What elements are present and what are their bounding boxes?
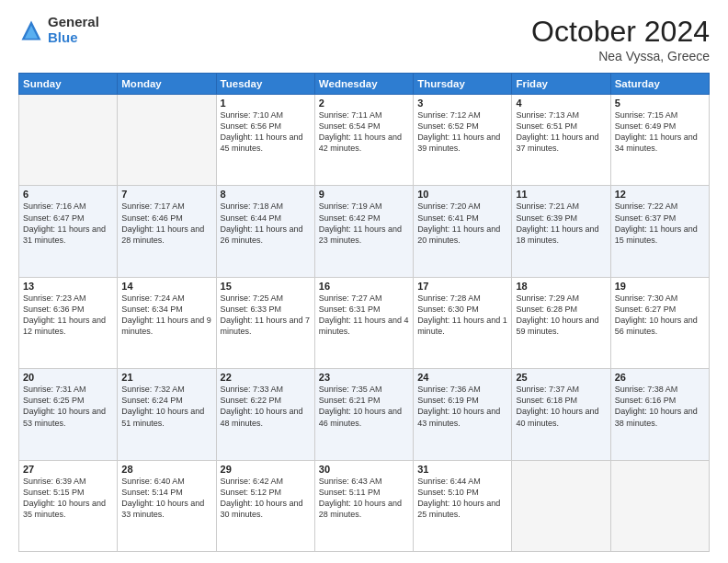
cell-info: Sunrise: 7:33 AM Sunset: 6:22 PM Dayligh… (221, 384, 311, 429)
cell-info: Sunrise: 7:21 AM Sunset: 6:39 PM Dayligh… (516, 201, 606, 246)
day-number: 3 (417, 98, 507, 109)
calendar-cell: 9Sunrise: 7:19 AM Sunset: 6:42 PM Daylig… (314, 186, 413, 277)
calendar-cell: 23Sunrise: 7:35 AM Sunset: 6:21 PM Dayli… (314, 369, 413, 460)
cell-info: Sunrise: 7:23 AM Sunset: 6:36 PM Dayligh… (23, 293, 113, 338)
day-number: 28 (121, 464, 211, 475)
day-number: 26 (615, 372, 705, 383)
calendar-cell: 18Sunrise: 7:29 AM Sunset: 6:28 PM Dayli… (512, 277, 610, 368)
calendar-cell: 13Sunrise: 7:23 AM Sunset: 6:36 PM Dayli… (19, 277, 118, 368)
day-number: 18 (516, 281, 606, 292)
cell-info: Sunrise: 7:32 AM Sunset: 6:24 PM Dayligh… (121, 384, 211, 429)
day-number: 21 (121, 372, 211, 383)
calendar-cell: 30Sunrise: 6:43 AM Sunset: 5:11 PM Dayli… (314, 460, 413, 551)
day-number: 22 (221, 372, 311, 383)
calendar-cell: 15Sunrise: 7:25 AM Sunset: 6:33 PM Dayli… (216, 277, 314, 368)
calendar-cell: 11Sunrise: 7:21 AM Sunset: 6:39 PM Dayli… (512, 186, 610, 277)
cell-info: Sunrise: 7:18 AM Sunset: 6:44 PM Dayligh… (221, 201, 311, 246)
cell-info: Sunrise: 7:16 AM Sunset: 6:47 PM Dayligh… (23, 201, 113, 246)
day-number: 31 (417, 464, 507, 475)
cell-info: Sunrise: 7:30 AM Sunset: 6:27 PM Dayligh… (615, 293, 705, 338)
calendar-cell: 25Sunrise: 7:37 AM Sunset: 6:18 PM Dayli… (512, 369, 610, 460)
cell-info: Sunrise: 7:36 AM Sunset: 6:19 PM Dayligh… (417, 384, 507, 429)
cell-info: Sunrise: 6:44 AM Sunset: 5:10 PM Dayligh… (417, 476, 507, 521)
day-number: 24 (417, 372, 507, 383)
title-block: October 2024 Nea Vyssa, Greece (531, 15, 710, 63)
cell-info: Sunrise: 6:40 AM Sunset: 5:14 PM Dayligh… (121, 476, 211, 521)
calendar-cell (512, 460, 610, 551)
calendar-cell: 10Sunrise: 7:20 AM Sunset: 6:41 PM Dayli… (414, 186, 512, 277)
weekday-header-saturday: Saturday (610, 74, 709, 95)
day-number: 16 (319, 281, 409, 292)
cell-info: Sunrise: 7:10 AM Sunset: 6:56 PM Dayligh… (221, 109, 311, 155)
cell-info: Sunrise: 7:11 AM Sunset: 6:54 PM Dayligh… (319, 109, 409, 155)
cell-info: Sunrise: 7:27 AM Sunset: 6:31 PM Dayligh… (319, 293, 409, 338)
calendar-cell: 22Sunrise: 7:33 AM Sunset: 6:22 PM Dayli… (216, 369, 314, 460)
calendar-cell: 8Sunrise: 7:18 AM Sunset: 6:44 PM Daylig… (216, 186, 314, 277)
calendar-cell: 4Sunrise: 7:13 AM Sunset: 6:51 PM Daylig… (512, 95, 610, 186)
day-number: 8 (221, 189, 311, 200)
weekday-header-wednesday: Wednesday (314, 74, 413, 95)
calendar-cell (19, 95, 118, 186)
calendar-cell: 7Sunrise: 7:17 AM Sunset: 6:46 PM Daylig… (118, 186, 216, 277)
cell-info: Sunrise: 7:24 AM Sunset: 6:34 PM Dayligh… (121, 293, 211, 338)
header: General Blue October 2024 Nea Vyssa, Gre… (18, 15, 710, 63)
logo: General Blue (18, 15, 99, 45)
calendar-cell: 29Sunrise: 6:42 AM Sunset: 5:12 PM Dayli… (216, 460, 314, 551)
calendar-cell: 14Sunrise: 7:24 AM Sunset: 6:34 PM Dayli… (118, 277, 216, 368)
day-number: 29 (221, 464, 311, 475)
cell-info: Sunrise: 6:42 AM Sunset: 5:12 PM Dayligh… (221, 476, 311, 521)
calendar-cell: 26Sunrise: 7:38 AM Sunset: 6:16 PM Dayli… (610, 369, 709, 460)
cell-info: Sunrise: 6:43 AM Sunset: 5:11 PM Dayligh… (319, 476, 409, 521)
weekday-header-thursday: Thursday (414, 74, 512, 95)
day-number: 13 (23, 281, 113, 292)
page: General Blue October 2024 Nea Vyssa, Gre… (0, 0, 728, 563)
cell-info: Sunrise: 7:17 AM Sunset: 6:46 PM Dayligh… (121, 201, 211, 246)
logo-blue-text: Blue (48, 30, 99, 46)
day-number: 23 (319, 372, 409, 383)
day-number: 19 (615, 281, 705, 292)
calendar-cell: 12Sunrise: 7:22 AM Sunset: 6:37 PM Dayli… (610, 186, 709, 277)
cell-info: Sunrise: 7:13 AM Sunset: 6:51 PM Dayligh… (516, 109, 606, 155)
day-number: 25 (516, 372, 606, 383)
cell-info: Sunrise: 7:37 AM Sunset: 6:18 PM Dayligh… (516, 384, 606, 429)
day-number: 1 (221, 98, 311, 109)
cell-info: Sunrise: 7:35 AM Sunset: 6:21 PM Dayligh… (319, 384, 409, 429)
calendar-cell: 5Sunrise: 7:15 AM Sunset: 6:49 PM Daylig… (610, 95, 709, 186)
day-number: 9 (319, 189, 409, 200)
day-number: 11 (516, 189, 606, 200)
cell-info: Sunrise: 7:28 AM Sunset: 6:30 PM Dayligh… (417, 293, 507, 338)
day-number: 30 (319, 464, 409, 475)
calendar-table: SundayMondayTuesdayWednesdayThursdayFrid… (18, 73, 710, 552)
logo-icon (18, 17, 44, 43)
day-number: 10 (417, 189, 507, 200)
cell-info: Sunrise: 7:29 AM Sunset: 6:28 PM Dayligh… (516, 293, 606, 338)
day-number: 2 (319, 98, 409, 109)
day-number: 15 (221, 281, 311, 292)
calendar-cell: 31Sunrise: 6:44 AM Sunset: 5:10 PM Dayli… (414, 460, 512, 551)
weekday-header-tuesday: Tuesday (216, 74, 314, 95)
day-number: 5 (615, 98, 705, 109)
day-number: 12 (615, 189, 705, 200)
cell-info: Sunrise: 7:19 AM Sunset: 6:42 PM Dayligh… (319, 201, 409, 246)
calendar-cell: 19Sunrise: 7:30 AM Sunset: 6:27 PM Dayli… (610, 277, 709, 368)
calendar-cell (610, 460, 709, 551)
calendar-cell: 21Sunrise: 7:32 AM Sunset: 6:24 PM Dayli… (118, 369, 216, 460)
calendar-cell: 20Sunrise: 7:31 AM Sunset: 6:25 PM Dayli… (19, 369, 118, 460)
cell-info: Sunrise: 7:15 AM Sunset: 6:49 PM Dayligh… (615, 109, 705, 155)
cell-info: Sunrise: 7:38 AM Sunset: 6:16 PM Dayligh… (615, 384, 705, 429)
calendar-cell: 27Sunrise: 6:39 AM Sunset: 5:15 PM Dayli… (19, 460, 118, 551)
cell-info: Sunrise: 6:39 AM Sunset: 5:15 PM Dayligh… (23, 476, 113, 521)
cell-info: Sunrise: 7:20 AM Sunset: 6:41 PM Dayligh… (417, 201, 507, 246)
weekday-header-friday: Friday (512, 74, 610, 95)
calendar-cell: 2Sunrise: 7:11 AM Sunset: 6:54 PM Daylig… (314, 95, 413, 186)
logo-general-text: General (48, 15, 99, 30)
day-number: 6 (23, 189, 113, 200)
calendar-cell: 6Sunrise: 7:16 AM Sunset: 6:47 PM Daylig… (19, 186, 118, 277)
calendar-cell: 1Sunrise: 7:10 AM Sunset: 6:56 PM Daylig… (216, 95, 314, 186)
day-number: 4 (516, 98, 606, 109)
calendar-cell: 17Sunrise: 7:28 AM Sunset: 6:30 PM Dayli… (414, 277, 512, 368)
cell-info: Sunrise: 7:25 AM Sunset: 6:33 PM Dayligh… (221, 293, 311, 338)
calendar-cell: 3Sunrise: 7:12 AM Sunset: 6:52 PM Daylig… (414, 95, 512, 186)
calendar-cell: 24Sunrise: 7:36 AM Sunset: 6:19 PM Dayli… (414, 369, 512, 460)
month-title: October 2024 (531, 15, 710, 49)
